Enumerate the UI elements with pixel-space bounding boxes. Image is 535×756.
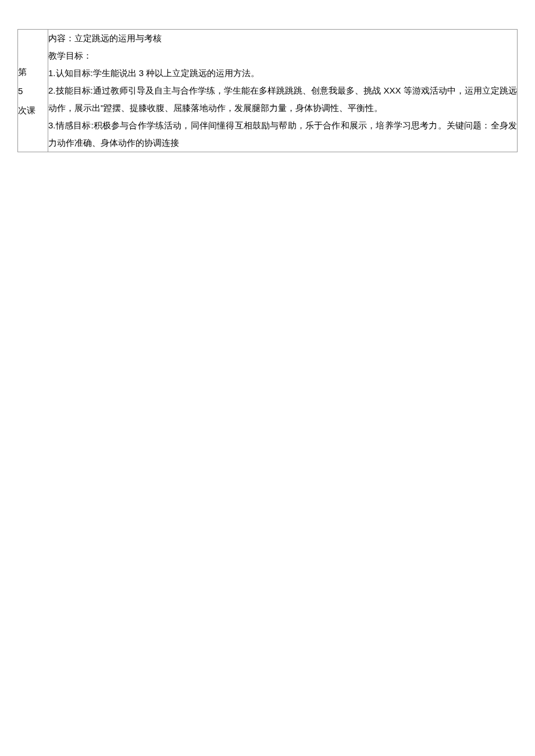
objective-cognitive: 1.认知目标:学生能说出 3 种以上立定跳远的运用方法。 (48, 65, 517, 82)
table-row: 第 5 次课 内容：立定跳远的运用与考核 教学目标： 1.认知目标:学生能说出 … (18, 30, 518, 152)
objective-skill: 2.技能目标:通过教师引导及自主与合作学练，学生能在多样跳跳跳、创意我最多、挑战… (48, 82, 517, 117)
lesson-suffix: 次课 (18, 101, 48, 120)
lesson-content-cell: 内容：立定跳远的运用与考核 教学目标： 1.认知目标:学生能说出 3 种以上立定… (48, 30, 518, 152)
objective-emotional: 3.情感目标:积极参与合作学练活动，同伴间懂得互相鼓励与帮助，乐于合作和展示，培… (48, 117, 517, 152)
lesson-prefix: 第 (18, 62, 48, 81)
lesson-table: 第 5 次课 内容：立定跳远的运用与考核 教学目标： 1.认知目标:学生能说出 … (17, 29, 518, 152)
content-line: 内容：立定跳远的运用与考核 (48, 30, 517, 47)
lesson-number: 5 (18, 81, 48, 101)
objectives-heading: 教学目标： (48, 47, 517, 65)
lesson-number-cell: 第 5 次课 (18, 30, 48, 152)
